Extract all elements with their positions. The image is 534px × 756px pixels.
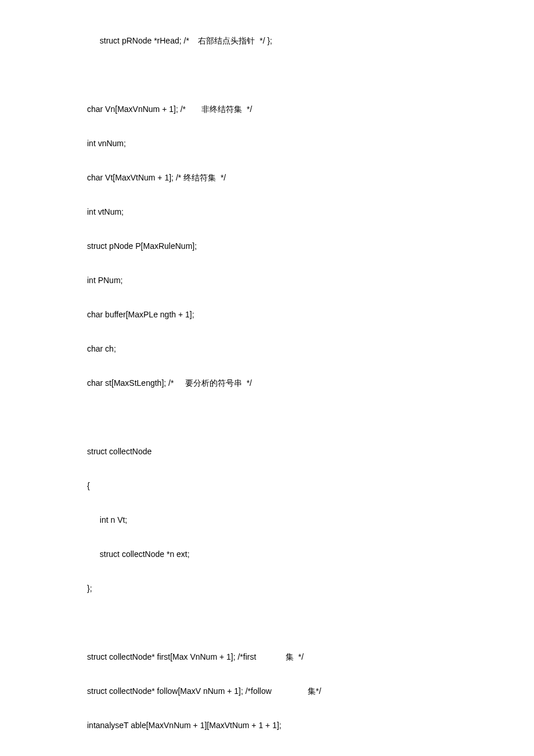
code-line: struct pRNode *rHead; /* 右部结点头指针 */ };	[87, 35, 447, 47]
code-line: struct collectNode	[87, 446, 447, 458]
code-line	[87, 617, 447, 629]
code-line: struct collectNode* first[Max VnNum + 1]…	[87, 651, 447, 663]
code-line: int vnNum;	[87, 138, 447, 150]
code-document: struct pRNode *rHead; /* 右部结点头指针 */ }; c…	[87, 35, 447, 732]
code-line: intanalyseT able[MaxVnNum + 1][MaxVtNum …	[87, 719, 447, 732]
code-line: {	[87, 480, 447, 492]
code-line: int n Vt;	[87, 514, 447, 526]
code-line	[87, 411, 447, 424]
code-line: char buffer[MaxPLe ngth + 1];	[87, 309, 447, 321]
code-line: int PNum;	[87, 274, 447, 287]
code-line: struct collectNode *n ext;	[87, 548, 447, 560]
code-line: };	[87, 583, 447, 595]
code-line	[87, 69, 447, 81]
code-line: char ch;	[87, 343, 447, 355]
code-line: char Vn[MaxVnNum + 1]; /* 非终结符集 */	[87, 103, 447, 115]
code-line: struct collectNode* follow[MaxV nNum + 1…	[87, 685, 447, 697]
code-line: int vtNum;	[87, 206, 447, 218]
code-line: char Vt[MaxVtNum + 1]; /* 终结符集 */	[87, 172, 447, 184]
code-line: char st[MaxStLength]; /* 要分析的符号串 */	[87, 377, 447, 389]
code-line: struct pNode P[MaxRuleNum];	[87, 240, 447, 252]
